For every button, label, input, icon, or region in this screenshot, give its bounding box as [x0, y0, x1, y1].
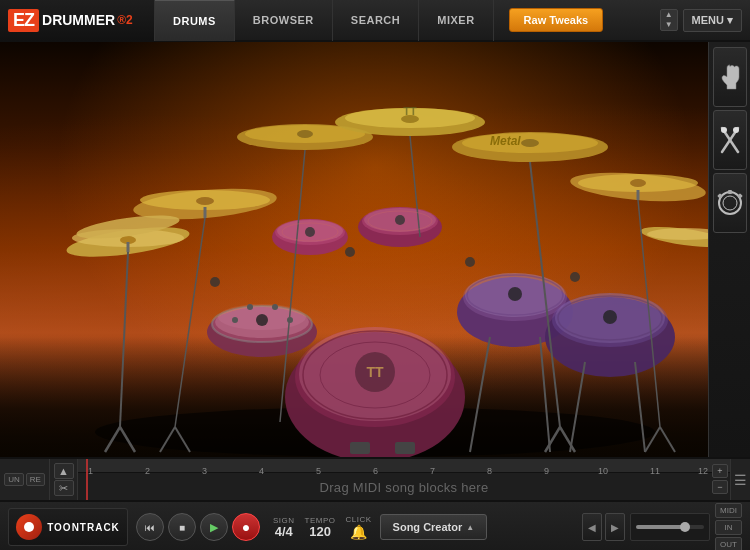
timeline-num-8: 8: [487, 466, 492, 476]
zoom-in-button[interactable]: +: [712, 464, 728, 478]
svg-text:Metal: Metal: [490, 134, 521, 148]
tempo-value: 120: [305, 525, 336, 538]
svg-rect-95: [737, 193, 743, 199]
timeline-num-11: 11: [650, 466, 660, 476]
toontrack-circle-logo: [16, 514, 42, 540]
volume-right-button[interactable]: ▶: [605, 513, 625, 541]
svg-point-6: [196, 197, 214, 205]
timeline-num-3: 3: [202, 466, 207, 476]
cut-tool-button[interactable]: ✂: [54, 480, 74, 496]
cursor-icon: ▲: [58, 465, 69, 477]
hamburger-icon: ☰: [734, 472, 747, 488]
drummer-logo: DRUMMER: [42, 12, 115, 28]
svg-point-87: [570, 272, 580, 282]
raw-tweaks-button[interactable]: Raw Tweaks: [509, 8, 604, 32]
hand-button[interactable]: [713, 47, 747, 107]
toontrack-logo: TOONTRACK: [8, 508, 128, 546]
svg-point-16: [521, 139, 539, 147]
seq-controls: UN RE: [0, 459, 50, 500]
volume-left-icon: ◀: [588, 522, 596, 533]
svg-text:TT: TT: [366, 364, 384, 380]
record-button[interactable]: ●: [232, 513, 260, 541]
svg-point-84: [210, 277, 220, 287]
bottom-area: UN RE ▲ ✂ 1 2 3 4 5: [0, 457, 750, 550]
zoom-out-button[interactable]: −: [712, 480, 728, 494]
midi-label: MIDI: [715, 503, 742, 518]
timeline-numbers: 1 2 3 4 5 6 7 8 9 10 11 12: [78, 459, 730, 473]
master-volume: ◀ ▶ MIDI IN OUT: [582, 503, 742, 551]
zoom-in-icon: +: [717, 466, 722, 476]
song-creator-arrow-icon: ▲: [466, 523, 474, 532]
seq-options-button[interactable]: ☰: [730, 459, 750, 500]
arrow-down-icon[interactable]: ▼: [661, 20, 677, 30]
menu-button[interactable]: MENU ▾: [683, 9, 742, 32]
svg-point-93: [723, 196, 737, 210]
svg-point-57: [272, 304, 278, 310]
tab-mixer[interactable]: MIXER: [419, 0, 493, 41]
song-creator-button[interactable]: Song Creator ▲: [380, 514, 488, 540]
nav-tabs: DRUMS BROWSER SEARCH MIXER: [155, 0, 494, 41]
playhead: [86, 459, 88, 500]
svg-rect-71: [350, 442, 370, 454]
svg-point-26: [305, 227, 315, 237]
select-tool-button[interactable]: ▲: [54, 463, 74, 479]
volume-slider-container[interactable]: [630, 513, 710, 541]
transport-bar: TOONTRACK ⏮ ■ ▶ ● Sign 4/4 Tempo 120: [0, 501, 750, 550]
timeline-num-9: 9: [544, 466, 549, 476]
svg-line-65: [175, 218, 205, 427]
sticks-button[interactable]: [713, 110, 747, 170]
timeline-num-2: 2: [145, 466, 150, 476]
hand-icon: [718, 63, 742, 91]
svg-point-9: [297, 130, 313, 138]
timeline-num-7: 7: [430, 466, 435, 476]
svg-point-30: [395, 215, 405, 225]
play-button[interactable]: ▶: [200, 513, 228, 541]
svg-line-58: [120, 252, 128, 427]
rewind-icon: ⏮: [145, 522, 155, 533]
midi-drop-zone[interactable]: Drag MIDI song blocks here: [78, 473, 730, 500]
volume-arrows: ◀ ▶: [582, 513, 625, 541]
svg-point-85: [345, 247, 355, 257]
arrow-up-icon[interactable]: ▲: [661, 10, 677, 20]
scissors-icon: ✂: [59, 482, 68, 495]
right-panel: [708, 42, 750, 457]
svg-point-92: [719, 192, 741, 214]
redo-button[interactable]: RE: [26, 473, 45, 486]
tambourine-button[interactable]: [713, 173, 747, 233]
click-area[interactable]: Click 🔔: [346, 515, 372, 540]
volume-knob[interactable]: [680, 522, 690, 532]
seq-tools: ▲ ✂: [50, 459, 78, 500]
midi-out-button[interactable]: OUT: [715, 537, 742, 551]
zoom-buttons: + −: [712, 464, 728, 494]
tempo-block: Tempo 120: [305, 516, 336, 538]
menu-arrows[interactable]: ▲ ▼: [660, 9, 678, 31]
click-bell-icon: 🔔: [350, 524, 367, 540]
tab-browser[interactable]: BROWSER: [235, 0, 333, 41]
tab-search[interactable]: SEARCH: [333, 0, 419, 41]
timeline-num-10: 10: [598, 466, 608, 476]
volume-left-button[interactable]: ◀: [582, 513, 602, 541]
timeline-num-4: 4: [259, 466, 264, 476]
midi-in-button[interactable]: IN: [715, 520, 742, 535]
rewind-button[interactable]: ⏮: [136, 513, 164, 541]
version-logo: ®2: [117, 13, 133, 27]
svg-point-20: [630, 179, 646, 187]
tambourine-icon: [717, 189, 743, 217]
svg-point-90: [721, 127, 727, 133]
tab-drums[interactable]: DRUMS: [155, 0, 235, 41]
transport-buttons: ⏮ ■ ▶ ●: [136, 513, 260, 541]
menu-area: ▲ ▼ MENU ▾: [660, 9, 742, 32]
svg-line-70: [660, 427, 675, 452]
volume-slider[interactable]: [636, 525, 704, 529]
stop-button[interactable]: ■: [168, 513, 196, 541]
svg-point-54: [232, 317, 238, 323]
drum-area: TT Metal: [0, 42, 750, 457]
sign-value: 4/4: [273, 525, 295, 538]
svg-point-48: [508, 287, 522, 301]
undo-button[interactable]: UN: [4, 473, 24, 486]
svg-point-53: [603, 310, 617, 324]
sequencer-bar: UN RE ▲ ✂ 1 2 3 4 5: [0, 459, 750, 501]
click-label: Click: [346, 515, 372, 524]
sign-tempo-area: Sign 4/4 Tempo 120 Click 🔔: [273, 515, 372, 540]
sticks-icon: [717, 126, 743, 154]
